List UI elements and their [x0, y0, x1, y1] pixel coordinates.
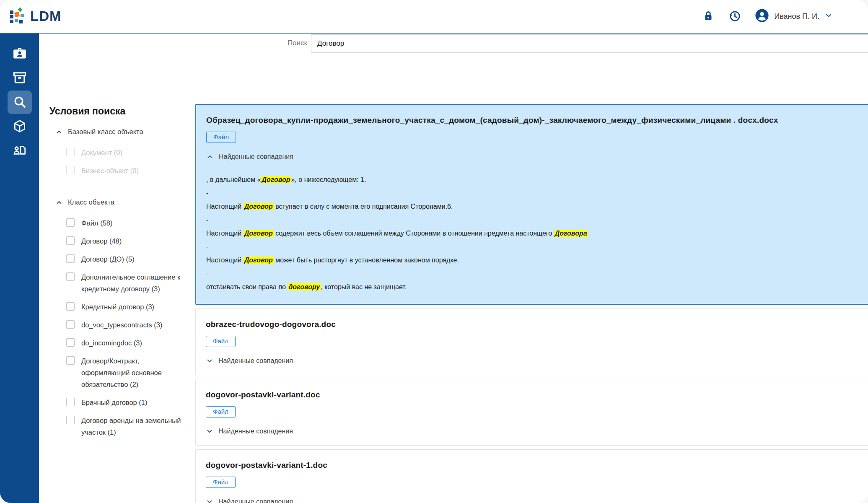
app-window: LDM: [0, 0, 868, 503]
highlighted-term: договору: [288, 283, 321, 290]
checkbox[interactable]: [66, 254, 75, 263]
chevron-down-icon: [206, 357, 213, 365]
highlighted-term: Договор: [244, 257, 274, 264]
filter-section: Базовый класс объектаДокумент (0)Бизнес-…: [49, 128, 194, 176]
ldm-logo[interactable]: LDM: [9, 8, 61, 25]
match-snippet-line: -: [206, 213, 858, 227]
filter-item-label: Дополнительное соглашение к кредитному д…: [81, 271, 186, 295]
user-menu[interactable]: Иванов П. И.: [755, 8, 833, 24]
sidebar-item-contacts[interactable]: [8, 139, 32, 163]
checkbox[interactable]: [66, 356, 75, 365]
filter-section-label: Класс объекта: [68, 198, 114, 206]
matches-label: Найденные совпадения: [218, 428, 293, 435]
filter-item-label: Договор аренды на земельный участок (1): [81, 415, 186, 438]
filter-item-label: Брачный договор (1): [81, 397, 148, 408]
history-icon: [728, 9, 741, 24]
filter-checkbox-item[interactable]: Брачный договор (1): [49, 397, 194, 408]
filter-item-label: do_voc_typescontracts (3): [81, 319, 163, 331]
search-row: Поиск: [39, 34, 868, 54]
archive-icon: [12, 70, 27, 86]
sidebar-item-archive[interactable]: [8, 66, 32, 90]
file-type-badge: Файл: [206, 406, 236, 417]
header-actions: Иванов П. И.: [702, 8, 833, 24]
filter-item-label: Бизнес-объект (0): [81, 165, 139, 176]
logo-text: LDM: [30, 8, 61, 24]
matches-toggle[interactable]: Найденные совпадения: [206, 428, 859, 435]
filter-checkbox-item[interactable]: Кредитный договор (3): [49, 301, 194, 313]
top-bar: LDM: [0, 0, 868, 34]
match-snippet-line: -: [206, 187, 858, 200]
file-type-badge: Файл: [206, 336, 236, 347]
filter-sections: Базовый класс объектаДокумент (0)Бизнес-…: [49, 128, 194, 438]
cube-icon: [13, 119, 27, 135]
checkbox[interactable]: [66, 320, 75, 329]
matches-label: Найденные совпадения: [219, 153, 293, 161]
search-icon: [13, 95, 27, 110]
history-button[interactable]: [728, 9, 741, 24]
filter-checkbox-item[interactable]: Договор (48): [49, 235, 194, 247]
search-input[interactable]: [311, 34, 868, 53]
sidebar-item-badge[interactable]: [8, 42, 32, 65]
sidebar-item-objects[interactable]: [8, 115, 32, 138]
avatar: [755, 8, 769, 24]
filter-checkbox-item[interactable]: Дополнительное соглашение к кредитному д…: [49, 271, 194, 295]
filter-section-header[interactable]: Класс объекта: [49, 198, 194, 206]
filter-checkbox-item[interactable]: do_voc_typescontracts (3): [49, 319, 194, 331]
checkbox[interactable]: [66, 338, 75, 347]
result-title: dogovor-postavki-variant.doc: [206, 390, 859, 399]
filter-item-label: Договор (ДО) (5): [81, 253, 135, 265]
chevron-up-icon: [55, 128, 63, 136]
filter-checkbox-item[interactable]: Бизнес-объект (0): [49, 165, 194, 176]
filter-checkbox-item[interactable]: Договор (ДО) (5): [49, 253, 194, 265]
filter-item-label: Договор/Контракт, оформляющий основное о…: [81, 355, 186, 390]
filter-checkbox-item[interactable]: Документ (0): [49, 147, 194, 158]
filter-item-label: Документ (0): [81, 147, 122, 158]
highlighted-term: Договор: [261, 176, 291, 183]
lock-button[interactable]: [702, 10, 715, 23]
filter-checkbox-item[interactable]: Договор/Контракт, оформляющий основное о…: [49, 355, 194, 390]
result-title: Образец_договора_купли-продажи_земельног…: [206, 116, 858, 125]
chevron-down-icon: [206, 428, 213, 435]
badge-icon: [12, 46, 27, 62]
filter-checkbox-item[interactable]: Файл (58): [49, 217, 194, 229]
chevron-up-icon: [55, 199, 63, 206]
checkbox[interactable]: [66, 218, 75, 227]
search-results: Образец_договора_купли-продажи_земельног…: [195, 104, 868, 503]
filter-item-label: Кредитный договор (3): [81, 301, 154, 313]
chevron-down-icon: [206, 498, 213, 503]
file-type-badge: Файл: [206, 477, 236, 488]
matches-toggle[interactable]: Найденные совпадения: [206, 153, 858, 161]
result-card[interactable]: dogovor-postavki-variant.docФайлНайденны…: [195, 379, 868, 446]
filter-item-label: Файл (58): [81, 217, 113, 229]
filter-section-header[interactable]: Базовый класс объекта: [49, 128, 194, 136]
checkbox[interactable]: [66, 166, 75, 174]
checkbox[interactable]: [66, 272, 75, 281]
checkbox[interactable]: [66, 236, 75, 245]
person-document-icon: [13, 143, 27, 159]
main-area: Поиск Условия поиска Базовый класс объек…: [39, 34, 868, 503]
checkbox[interactable]: [66, 148, 75, 156]
filter-checkbox-item[interactable]: do_incomingdoc (3): [49, 337, 194, 349]
match-snippet-line: отстаивать свои права по договору, котор…: [206, 280, 858, 294]
sidebar: [0, 34, 39, 503]
match-snippet-line: Настоящий Договор содержит весь объем со…: [206, 227, 858, 240]
checkbox[interactable]: [66, 398, 75, 406]
matches-label: Найденные совпадения: [218, 498, 293, 503]
user-name: Иванов П. И.: [774, 12, 819, 21]
chevron-down-icon: [824, 11, 833, 21]
sidebar-item-search[interactable]: [8, 91, 32, 114]
match-snippet-line: -: [206, 240, 858, 254]
matches-label: Найденные совпадения: [218, 357, 293, 365]
match-snippet-line: Настоящий Договор вступает в силу с моме…: [206, 200, 858, 213]
result-card[interactable]: obrazec-trudovogo-dogovora.docФайлНайден…: [195, 309, 868, 375]
result-card[interactable]: Образец_договора_купли-продажи_земельног…: [195, 104, 868, 305]
checkbox[interactable]: [66, 416, 75, 424]
matches-toggle[interactable]: Найденные совпадения: [206, 357, 859, 365]
result-card[interactable]: dogovor-postavki-variant-1.docФайлНайден…: [195, 449, 868, 503]
result-title: dogovor-postavki-variant-1.doc: [206, 461, 859, 470]
matches-toggle[interactable]: Найденные совпадения: [206, 498, 859, 503]
search-conditions-panel: Условия поиска Базовый класс объектаДоку…: [49, 106, 194, 460]
checkbox[interactable]: [66, 302, 75, 311]
file-type-badge: Файл: [206, 132, 236, 143]
filter-checkbox-item[interactable]: Договор аренды на земельный участок (1): [49, 415, 194, 438]
